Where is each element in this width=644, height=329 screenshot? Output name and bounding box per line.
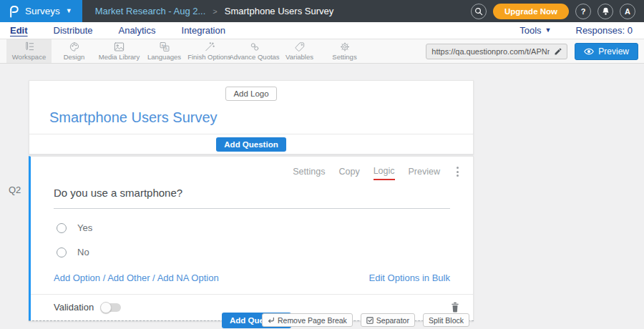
radio-button-icon[interactable] xyxy=(57,247,67,257)
account-avatar[interactable]: A xyxy=(620,4,635,19)
page-break-icon xyxy=(268,317,275,324)
edit-options-in-bulk-link[interactable]: Edit Options in Bulk xyxy=(369,272,450,283)
question-card: Settings Copy Logic Preview Do you use a… xyxy=(29,156,474,321)
answer-option-row[interactable]: No xyxy=(57,247,473,257)
toolbar-item-design[interactable]: Design xyxy=(52,39,97,63)
bell-icon xyxy=(602,7,610,16)
responses-count[interactable]: Responses: 0 xyxy=(576,25,633,36)
question-tab-copy[interactable]: Copy xyxy=(338,167,359,180)
app-screen: Surveys ▼ Market Research - Aug 2... > S… xyxy=(0,0,644,329)
top-bar: Surveys ▼ Market Research - Aug 2... > S… xyxy=(0,0,644,22)
survey-title[interactable]: Smartphone Users Survey xyxy=(49,109,473,126)
workspace-icon xyxy=(23,41,35,52)
tab-integration[interactable]: Integration xyxy=(182,25,225,36)
survey-url-field[interactable]: https://qa.questionpro.com/t/APNrFZgQ xyxy=(426,44,567,59)
add-logo-button[interactable]: Add Logo xyxy=(225,87,276,101)
eye-icon xyxy=(584,48,594,55)
breadcrumb-folder[interactable]: Market Research - Aug 2... xyxy=(95,6,206,16)
gear-icon xyxy=(339,41,351,52)
svg-text:a: a xyxy=(161,43,163,47)
question-text[interactable]: Do you use a smartphone? xyxy=(54,187,450,209)
chain-links-icon xyxy=(249,41,260,52)
question-number: Q2 xyxy=(9,185,21,195)
preview-button[interactable]: Preview xyxy=(575,43,638,60)
add-option-link[interactable]: Add Option xyxy=(54,272,100,283)
toolbar-item-languages[interactable]: a A Languages xyxy=(142,39,187,63)
question-tab-preview[interactable]: Preview xyxy=(409,167,440,180)
option-label[interactable]: No xyxy=(77,247,89,257)
add-na-option-link[interactable]: Add NA Option xyxy=(157,272,219,283)
add-other-link[interactable]: Add Other xyxy=(107,272,150,283)
chevron-down-icon: ▼ xyxy=(545,27,552,34)
validation-label: Validation xyxy=(54,302,94,313)
toolbar-item-advance-quotas[interactable]: Advance Quotas xyxy=(232,39,277,63)
more-options-icon[interactable] xyxy=(454,165,462,181)
tools-menu[interactable]: Tools ▼ xyxy=(519,25,551,36)
remove-page-break-button[interactable]: Remove Page Break xyxy=(262,313,353,327)
question-actions: Settings Copy Logic Preview xyxy=(31,157,473,182)
split-block-button[interactable]: Split Block xyxy=(423,313,469,327)
notifications-button[interactable] xyxy=(597,4,613,19)
breadcrumb-survey-name: Smartphone Users Survey xyxy=(225,6,333,16)
toolbar-item-workspace[interactable]: Workspace xyxy=(6,39,52,63)
svg-text:A: A xyxy=(165,46,167,51)
tab-distribute[interactable]: Distribute xyxy=(54,25,93,36)
tools-label: Tools xyxy=(519,25,541,36)
breadcrumb-separator-icon: > xyxy=(213,7,217,16)
edit-toolbar: Workspace Design Media Library a A xyxy=(0,39,644,64)
delete-question-button[interactable] xyxy=(450,302,460,313)
add-question-button-top[interactable]: Add Question xyxy=(216,137,286,152)
translate-icon: a A xyxy=(159,41,170,52)
answer-option-row[interactable]: Yes xyxy=(57,222,473,233)
palette-icon xyxy=(69,41,80,52)
separator-button[interactable]: Separator xyxy=(361,313,415,327)
pencil-icon xyxy=(554,47,562,56)
toolbar-item-media-library[interactable]: Media Library xyxy=(97,39,142,63)
link-separator: / xyxy=(152,272,155,283)
chevron-down-icon: ▼ xyxy=(66,8,72,14)
question-tab-logic[interactable]: Logic xyxy=(374,166,395,180)
survey-nav: Edit Distribute Analytics Integration To… xyxy=(0,22,644,39)
validation-toggle[interactable] xyxy=(101,303,121,312)
surveys-product-menu[interactable]: Surveys ▼ xyxy=(0,0,82,22)
magic-wand-icon xyxy=(204,41,215,52)
breadcrumb: Market Research - Aug 2... > Smartphone … xyxy=(95,6,334,16)
page-break-actions: Remove Page Break Separator Split Block xyxy=(262,313,469,327)
tab-analytics[interactable]: Analytics xyxy=(118,25,155,36)
image-icon xyxy=(113,41,125,52)
help-button[interactable]: ? xyxy=(575,4,591,19)
search-button[interactable] xyxy=(471,4,487,19)
add-option-links: Add Option / Add Other / Add NA Option xyxy=(54,272,219,283)
toolbar-item-settings[interactable]: Settings xyxy=(322,39,367,63)
question-tab-settings[interactable]: Settings xyxy=(293,167,325,180)
page-break-row: Add Question Remove Page Break Separator xyxy=(29,313,474,328)
top-actions: Upgrade Now ? A xyxy=(471,4,644,19)
upgrade-now-button[interactable]: Upgrade Now xyxy=(493,4,569,19)
toolbar-item-finish-options[interactable]: Finish Options xyxy=(187,39,232,63)
tab-edit[interactable]: Edit xyxy=(10,25,28,36)
survey-url[interactable]: https://qa.questionpro.com/t/APNrFZgQ xyxy=(426,47,550,56)
questionpro-logo-icon xyxy=(7,4,19,19)
trash-icon xyxy=(450,302,460,313)
nav-right: Tools ▼ Responses: 0 xyxy=(519,25,633,36)
survey-header-card: Add Logo Smartphone Users Survey Add Que… xyxy=(29,80,474,154)
link-separator: / xyxy=(103,272,106,283)
toolbar-item-variables[interactable]: Variables xyxy=(277,39,322,63)
toolbar-right: https://qa.questionpro.com/t/APNrFZgQ Pr… xyxy=(426,39,644,63)
survey-canvas: Add Logo Smartphone Users Survey Add Que… xyxy=(0,64,644,329)
radio-button-icon[interactable] xyxy=(57,223,67,233)
nav-tabs: Edit Distribute Analytics Integration xyxy=(10,25,225,36)
option-label[interactable]: Yes xyxy=(77,222,92,233)
product-name: Surveys xyxy=(25,6,60,16)
edit-url-button[interactable] xyxy=(550,47,567,56)
option-links-row: Add Option / Add Other / Add NA Option E… xyxy=(54,272,450,283)
search-icon xyxy=(474,7,483,16)
tag-icon xyxy=(294,41,306,52)
checkbox-checked-icon xyxy=(366,317,374,324)
